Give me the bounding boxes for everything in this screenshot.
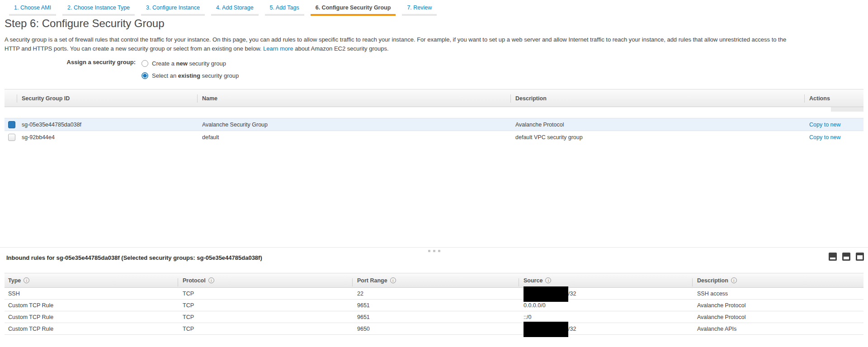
rule-protocol-cell: TCP: [183, 311, 194, 323]
security-groups-table: Security Group ID Name Description Actio…: [5, 89, 863, 144]
redacted-ip-block: [524, 322, 568, 337]
info-icon[interactable]: i: [545, 277, 551, 283]
pane-divider: [0, 247, 868, 248]
sg-description-cell: Avalanche Protocol: [515, 118, 564, 131]
security-groups-table-header: Security Group ID Name Description Actio…: [5, 89, 863, 107]
inbound-rule-row: Custom TCP Rule TCP 9650 /32 Avalanche A…: [5, 323, 863, 335]
inbound-rule-row: Custom TCP Rule TCP 9651 0.0.0.0/0 Avala…: [5, 300, 863, 311]
page-title: Step 6: Configure Security Group: [5, 17, 165, 30]
inbound-rules-heading: Inbound rules for sg-05e35e44785da038f (…: [6, 254, 262, 261]
description-line2: HTTP and HTTPS ports. You can create a n…: [5, 45, 261, 52]
info-icon[interactable]: i: [24, 277, 29, 283]
view-toggle-bottom-small-icon[interactable]: [829, 253, 837, 261]
copy-to-new-link[interactable]: Copy to new: [809, 131, 840, 144]
sg-description-cell: default VPC security group: [515, 131, 583, 144]
rule-source-cell: /32: [524, 323, 576, 335]
table-row-sg-avalanche[interactable]: sg-05e35e44785da038f Avalanche Security …: [5, 118, 863, 131]
tab-add-tags[interactable]: 5. Add Tags: [265, 4, 304, 16]
page-description: A security group is a set of firewall ru…: [5, 35, 866, 53]
rule-description-cell: Avalanche APIs: [697, 323, 736, 335]
tab-choose-instance-type[interactable]: 2. Choose Instance Type: [62, 4, 135, 16]
assign-security-group-section: Assign a security group: Create a new se…: [0, 57, 239, 82]
description-suffix: about Amazon EC2 security groups.: [295, 45, 388, 52]
sg-name-cell: default: [202, 131, 219, 144]
rule-type-cell: Custom TCP Rule: [8, 311, 53, 323]
rule-type-cell: SSH: [8, 288, 20, 300]
tab-choose-ami[interactable]: 1. Choose AMI: [9, 4, 56, 16]
tab-configure-security-group[interactable]: 6. Configure Security Group: [311, 4, 396, 16]
info-icon[interactable]: i: [390, 277, 396, 283]
learn-more-link[interactable]: Learn more: [263, 45, 293, 52]
scrollbar-gutter: [831, 107, 863, 112]
tab-add-storage[interactable]: 4. Add Storage: [211, 4, 259, 16]
pane-resize-handle[interactable]: [428, 250, 440, 252]
view-toggle-bottom-medium-icon[interactable]: [842, 253, 850, 261]
radio-selected-icon[interactable]: [142, 72, 148, 79]
radio-unselected-icon[interactable]: [142, 60, 148, 67]
checkbox-checked-icon[interactable]: [8, 121, 15, 128]
rule-type-cell: Custom TCP Rule: [8, 323, 53, 335]
rule-protocol-cell: TCP: [183, 288, 194, 300]
checkbox-unchecked-icon[interactable]: [8, 134, 15, 141]
rule-description-cell: Avalanche Protocol: [697, 300, 745, 311]
rule-port-cell: 9650: [357, 323, 370, 335]
tab-configure-instance[interactable]: 3. Configure Instance: [141, 4, 205, 16]
redacted-ip-block: [524, 286, 568, 302]
rule-type-cell: Custom TCP Rule: [8, 300, 53, 311]
column-header-description: Descriptioni: [697, 273, 737, 288]
radio-label: Create a new security group: [152, 60, 226, 67]
radio-select-existing-security-group[interactable]: Select an existing security group: [142, 70, 239, 82]
rule-description-cell: Avalanche Protocol: [697, 311, 745, 323]
assign-security-group-label: Assign a security group:: [0, 57, 136, 82]
rule-protocol-cell: TCP: [183, 323, 194, 335]
description-line1: A security group is a set of firewall ru…: [5, 36, 786, 43]
column-header-port-range: Port Rangei: [357, 273, 396, 288]
sg-id-cell: sg-05e35e44785da038f: [22, 118, 81, 131]
sg-id-cell: sg-92bb44e4: [22, 131, 55, 144]
view-toggle-bottom-large-icon[interactable]: [856, 253, 864, 261]
rule-protocol-cell: TCP: [183, 300, 194, 311]
rule-source-cell: /32: [524, 288, 576, 300]
radio-create-new-security-group[interactable]: Create a new security group: [142, 57, 239, 70]
inbound-rule-row: Custom TCP Rule TCP 9651 ::/0 Avalanche …: [5, 311, 863, 323]
tab-review[interactable]: 7. Review: [402, 4, 437, 16]
column-header-actions: Actions: [809, 89, 830, 108]
view-toggle-group: [829, 253, 864, 261]
rule-port-cell: 9651: [357, 311, 370, 323]
info-icon[interactable]: i: [731, 277, 737, 283]
wizard-steps: 1. Choose AMI 2. Choose Instance Type 3.…: [9, 4, 443, 16]
rule-port-cell: 9651: [357, 300, 370, 311]
column-header-name: Name: [202, 89, 217, 108]
rule-port-cell: 22: [357, 288, 363, 300]
table-row-sg-default[interactable]: sg-92bb44e4 default default VPC security…: [5, 131, 863, 144]
info-icon[interactable]: i: [208, 277, 214, 283]
column-header-description: Description: [515, 89, 547, 108]
radio-label: Select an existing security group: [152, 72, 239, 79]
sg-name-cell: Avalanche Security Group: [202, 118, 268, 131]
column-header-type: Typei: [8, 273, 29, 288]
copy-to-new-link[interactable]: Copy to new: [809, 118, 840, 131]
rule-description-cell: SSH access: [697, 288, 728, 300]
inbound-rules-table-header: Typei Protocoli Port Rangei Sourcei Desc…: [5, 273, 863, 288]
inbound-rule-row: SSH TCP 22 /32 SSH access: [5, 288, 863, 300]
inbound-rules-table: Typei Protocoli Port Rangei Sourcei Desc…: [5, 273, 863, 335]
column-header-security-group-id: Security Group ID: [22, 89, 70, 108]
column-header-protocol: Protocoli: [183, 273, 214, 288]
